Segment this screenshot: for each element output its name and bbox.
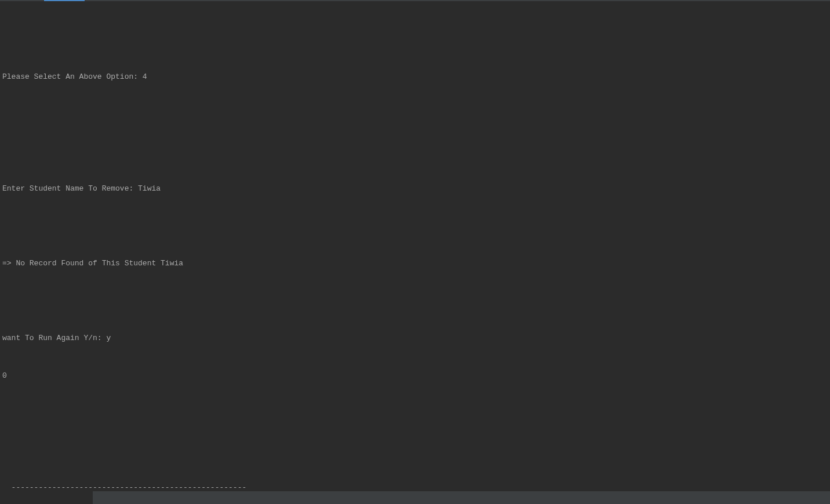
terminal-line: 0 xyxy=(2,370,828,382)
terminal-line xyxy=(2,295,828,308)
active-tab-indicator xyxy=(44,0,85,1)
top-border xyxy=(0,0,830,1)
terminal-output[interactable]: Please Select An Above Option: 4 Enter S… xyxy=(0,1,830,504)
terminal-line: want To Run Again Y/n: y xyxy=(2,332,828,345)
status-bar xyxy=(0,491,830,504)
terminal-line: => No Record Found of This Student Tiwia xyxy=(2,257,828,270)
status-bar-segment xyxy=(0,491,93,504)
terminal-line xyxy=(2,108,828,120)
terminal-line: Please Select An Above Option: 4 xyxy=(2,71,828,83)
terminal-line: Enter Student Name To Remove: Tiwia xyxy=(2,182,828,195)
status-bar-segment xyxy=(97,491,145,504)
terminal-line xyxy=(2,407,828,419)
terminal-line xyxy=(2,220,828,233)
terminal-line xyxy=(2,444,828,457)
terminal-line xyxy=(2,33,828,46)
terminal-line xyxy=(2,145,828,158)
